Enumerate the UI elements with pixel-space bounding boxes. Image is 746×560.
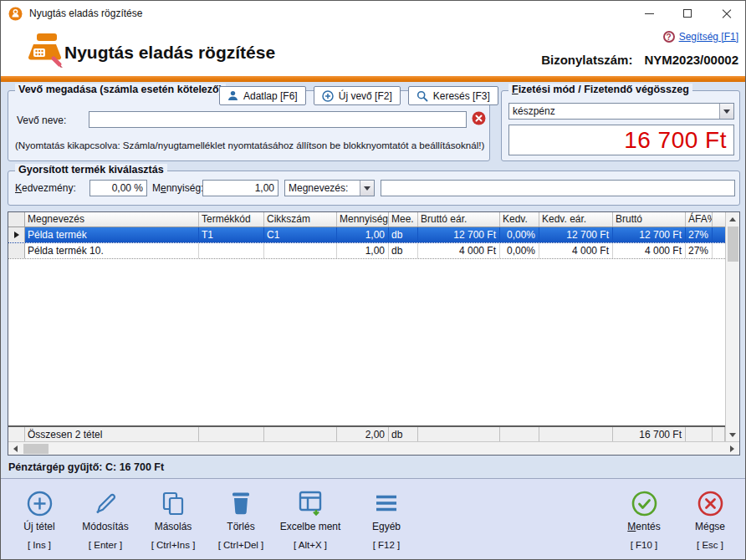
payment-method-dropdown-button[interactable]: [719, 104, 733, 119]
status-bar: Pénztárgép gyűjtő: C: 16 700 Ft: [1, 456, 745, 478]
trash-icon: [229, 491, 253, 516]
person-icon: [227, 90, 238, 101]
customer-search-label: Keresés [F3]: [433, 90, 490, 102]
new-customer-label: Új vevő [F2]: [339, 90, 392, 102]
cell-clipped: [713, 243, 725, 258]
horizontal-scrollbar[interactable]: [8, 441, 739, 455]
customer-groupbox: Vevő megadása (számla esetén kötelező) A…: [8, 90, 490, 161]
quantity-input[interactable]: [202, 180, 278, 196]
document-number-value: NYM2023/00002: [644, 53, 738, 67]
clear-customer-icon[interactable]: [472, 111, 486, 125]
column-header-gross-unit-price[interactable]: Bruttó eár.: [418, 212, 500, 227]
search-field-dropdown-button[interactable]: [360, 181, 374, 196]
customer-name-label: Vevő neve:: [17, 115, 66, 126]
chevron-left-icon: [13, 445, 18, 452]
excel-export-button[interactable]: Excelbe ment [ Alt+X ]: [273, 489, 347, 550]
cell-gross: 4 000 Ft: [613, 243, 686, 258]
summary-quantity: 2,00: [337, 427, 389, 441]
column-header-quantity[interactable]: Mennyiség: [337, 212, 389, 227]
cell-gross-unit-price: 4 000 Ft: [418, 243, 500, 258]
scroll-left-button[interactable]: [8, 442, 23, 456]
payment-method-value: készpénz: [509, 105, 719, 117]
current-row-indicator-icon: [14, 232, 19, 238]
other-button[interactable]: Egyéb [ F12 ]: [350, 489, 423, 550]
copy-button[interactable]: Másolás [ Ctrl+Ins ]: [136, 489, 210, 550]
scroll-down-button[interactable]: [726, 428, 740, 441]
cell-unit: db: [389, 227, 418, 242]
cell-vat: 27%: [686, 227, 713, 242]
items-grid-area: Megnevezés Termékkód Cikkszám Mennyiség …: [8, 212, 725, 441]
customer-datasheet-button[interactable]: Adatlap [F6]: [219, 86, 306, 105]
customer-name-input[interactable]: [89, 111, 467, 128]
quick-select-groupbox: Gyorsított termék kiválasztás Kedvezmény…: [8, 171, 740, 206]
customer-datasheet-label: Adatlap [F6]: [243, 90, 298, 102]
scroll-right-button[interactable]: [725, 442, 739, 456]
column-header-unit[interactable]: Mee.: [389, 212, 418, 227]
scroll-up-button[interactable]: [726, 212, 740, 226]
app-window: Nyugtás eladás rögzítése Nyugtás eladás …: [0, 0, 746, 560]
cell-product-code: [199, 243, 264, 258]
modify-button[interactable]: Módosítás [ Enter ]: [69, 489, 142, 550]
menu-icon: [375, 493, 398, 513]
column-header-sku[interactable]: Cikkszám: [264, 212, 337, 227]
column-header-vat[interactable]: ÁFA%: [686, 212, 713, 227]
cancel-button[interactable]: Mégse [ Esc ]: [673, 489, 746, 550]
product-search-input[interactable]: [381, 180, 735, 196]
table-row[interactable]: Példa termék 10. 1,00 db 4 000 Ft 0,00% …: [8, 243, 725, 259]
close-button[interactable]: [707, 1, 745, 26]
chevron-down-icon: [723, 109, 730, 114]
current-row-selector: [8, 227, 25, 242]
close-icon: [722, 9, 731, 18]
maximize-button[interactable]: [668, 1, 707, 26]
cell-gross-unit-price: 12 700 Ft: [418, 227, 500, 242]
help-link[interactable]: ? Segítség [F1]: [663, 31, 738, 43]
cell-clipped: [713, 227, 725, 242]
table-header-row: Megnevezés Termékkód Cikkszám Mennyiség …: [8, 212, 725, 227]
quick-select-legend: Gyorsított termék kiválasztás: [15, 164, 167, 176]
horizontal-scroll-thumb[interactable]: [23, 444, 49, 454]
discount-input[interactable]: [89, 180, 147, 196]
column-header-name[interactable]: Megnevezés: [25, 212, 199, 227]
payment-groupbox-legend: Fizetési mód / Fizetendő végösszeg: [508, 84, 692, 95]
save-button[interactable]: Mentés [ F10 ]: [607, 489, 681, 550]
orange-divider: [1, 76, 745, 82]
cash-register-total-text: Pénztárgép gyűjtő: C: 16 700 Ft: [8, 461, 164, 473]
document-number-label: Bizonylatszám:: [541, 53, 632, 67]
customer-groupbox-legend: Vevő megadása (számla esetén kötelező): [15, 84, 226, 95]
new-customer-button[interactable]: Új vevő [F2]: [314, 86, 401, 105]
summary-empty: [539, 427, 613, 441]
row-selector: [8, 243, 25, 258]
column-header-discounted-unit-price[interactable]: Kedv. eár.: [539, 212, 613, 227]
payment-groupbox: Fizetési mód / Fizetendő végösszeg készp…: [501, 90, 740, 161]
cancel-circle-icon: [697, 491, 723, 517]
table-row[interactable]: Példa termék T1 C1 1,00 db 12 700 Ft 0,0…: [8, 227, 725, 243]
summary-empty: [686, 427, 713, 441]
vertical-scrollbar[interactable]: [725, 212, 739, 441]
summary-label: Összesen 2 tétel: [25, 427, 199, 441]
window-title: Nyugtás eladás rögzítése: [29, 8, 142, 19]
chevron-right-icon: [730, 445, 734, 452]
cell-unit: db: [389, 243, 418, 258]
column-header-gross[interactable]: Bruttó: [613, 212, 686, 227]
bottom-toolbar: Új tétel [ Ins ] Módosítás [ Enter ] Más…: [1, 478, 745, 559]
summary-selector: [8, 427, 25, 441]
cell-sku: [264, 243, 337, 258]
table-summary-row: Összesen 2 tétel 2,00 db 16 700 Ft: [8, 425, 725, 441]
cell-discounted-unit-price: 12 700 Ft: [539, 227, 613, 242]
search-icon: [416, 90, 428, 102]
column-header-clipped: [713, 212, 725, 227]
search-field-select[interactable]: Megnevezés:: [284, 180, 375, 196]
app-icon: [8, 7, 23, 21]
copy-icon: [161, 491, 186, 517]
payment-method-select[interactable]: készpénz: [508, 103, 734, 120]
search-field-value: Megnevezés:: [285, 182, 360, 194]
vertical-scroll-thumb[interactable]: [728, 227, 738, 262]
cell-name: Példa termék: [25, 227, 199, 242]
column-header-discount[interactable]: Kedv.: [500, 212, 539, 227]
minimize-button[interactable]: [630, 1, 668, 26]
delete-button[interactable]: Törlés [ Ctrl+Del ]: [204, 489, 278, 550]
new-item-button[interactable]: Új tétel [ Ins ]: [3, 489, 76, 550]
help-icon: ?: [663, 31, 675, 43]
column-header-product-code[interactable]: Termékkód: [199, 212, 264, 227]
customer-search-button[interactable]: Keresés [F3]: [408, 86, 498, 105]
